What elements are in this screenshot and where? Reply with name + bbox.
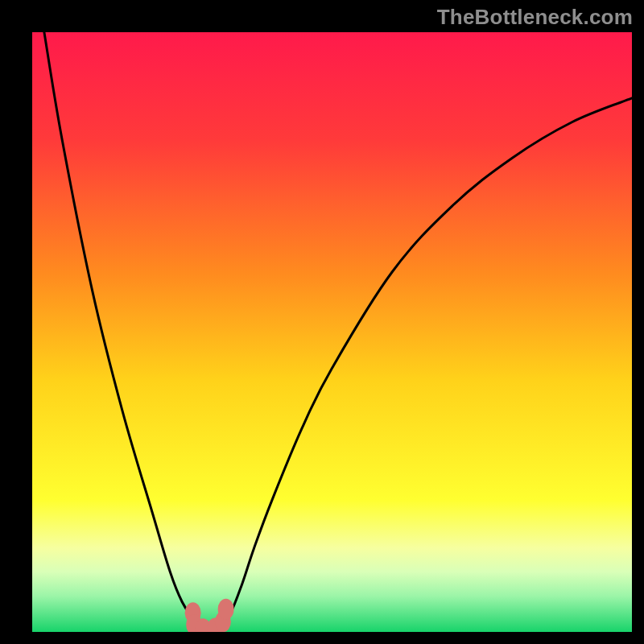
chart-frame: TheBottleneck.com <box>0 0 644 644</box>
gradient-background <box>32 32 632 632</box>
chart-plot-area <box>32 32 632 632</box>
curve-marker <box>218 599 234 620</box>
chart-svg <box>32 32 632 632</box>
watermark-text: TheBottleneck.com <box>437 5 633 30</box>
